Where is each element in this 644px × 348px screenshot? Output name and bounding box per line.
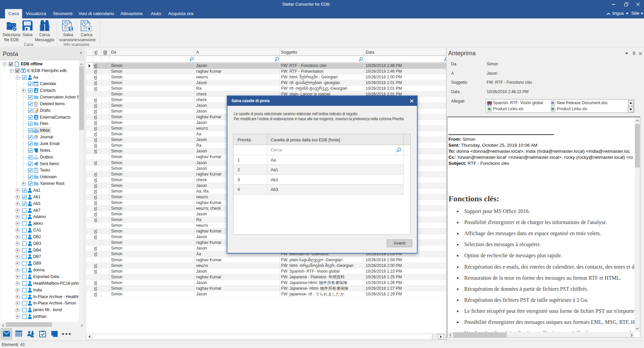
svg-text:W: W bbox=[552, 102, 554, 104]
svg-text:X: X bbox=[552, 108, 553, 110]
svg-text:X: X bbox=[489, 108, 490, 110]
